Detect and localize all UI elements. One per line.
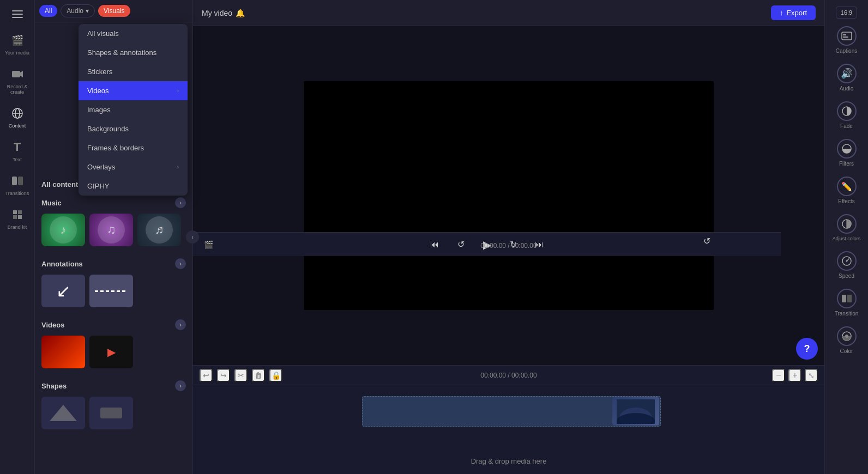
left-sidebar: 🎬 Your media Record &create Content T Te…: [0, 0, 35, 474]
chevron-right-icon: ›: [177, 88, 179, 94]
delete-button[interactable]: 🗑: [252, 369, 265, 382]
right-tool-fade[interactable]: Fade: [829, 97, 864, 133]
export-icon: ↑: [780, 9, 783, 17]
dropdown-item-stickers[interactable]: Stickers: [79, 62, 188, 81]
dropdown-item-overlays[interactable]: Overlays ›: [79, 157, 188, 177]
dropdown-item-images[interactable]: Images: [79, 100, 188, 119]
adjust-colors-icon: [837, 214, 857, 234]
dropdown-item-giphy[interactable]: GIPHY: [79, 177, 188, 196]
chevron-right-icon-2: ›: [177, 164, 179, 170]
sidebar-item-text[interactable]: T Text: [2, 135, 33, 167]
dropdown-item-frames-borders[interactable]: Frames & borders: [79, 138, 188, 157]
sidebar-item-record-create[interactable]: Record &create: [2, 62, 33, 99]
right-tool-effects[interactable]: ✏️ Effects: [829, 172, 864, 209]
right-tool-adjust-colors[interactable]: Adjust colors: [829, 210, 864, 246]
panel-area: All Audio ▾ Visuals All visuals Shapes &…: [35, 0, 193, 474]
visuals-dropdown-menu: All visuals Shapes & annotations Sticker…: [79, 24, 188, 196]
hamburger-menu-button[interactable]: [8, 4, 27, 24]
sidebar-item-brand-kit[interactable]: Brand kit: [2, 203, 33, 234]
panel-content[interactable]: All content Music › ♪ ♫ ♬ Annotations › …: [35, 175, 192, 474]
fit-button[interactable]: ⤡: [805, 369, 818, 382]
video-thumbnail-2[interactable]: ▶: [89, 336, 133, 368]
shapes-more-button[interactable]: ›: [175, 380, 186, 391]
play-pause-button[interactable]: ▶: [478, 236, 496, 253]
timeline-clip[interactable]: [362, 396, 661, 427]
rewind-button[interactable]: ↺: [452, 236, 469, 253]
fade-icon: [837, 101, 857, 121]
cut-button[interactable]: ✂: [234, 369, 248, 382]
dropdown-item-videos[interactable]: Videos ›: [79, 81, 188, 100]
sidebar-item-transitions[interactable]: Transitions: [2, 169, 33, 200]
sidebar-item-content[interactable]: Content: [2, 101, 33, 133]
skip-forward-button[interactable]: ⏭: [531, 236, 548, 253]
right-tool-filters[interactable]: Filters: [829, 135, 864, 171]
annotations-thumbnails: ↙: [35, 272, 192, 314]
skip-back-button[interactable]: ⏮: [426, 236, 443, 253]
dropdown-item-all-visuals[interactable]: All visuals: [79, 24, 188, 43]
filter-audio-button[interactable]: Audio ▾: [61, 4, 95, 17]
aspect-ratio-badge[interactable]: 16:9: [836, 7, 857, 19]
record-icon: [10, 66, 25, 82]
filter-visuals-button[interactable]: Visuals: [98, 5, 130, 17]
play-icon: ▶: [107, 345, 116, 358]
zoom-out-button[interactable]: −: [772, 369, 785, 382]
content-icon: [10, 106, 25, 121]
your-media-icon: 🎬: [10, 33, 25, 48]
right-tool-speed[interactable]: Speed: [829, 247, 864, 283]
dropdown-item-shapes-annotations[interactable]: Shapes & annotations: [79, 43, 188, 62]
dropdown-item-backgrounds[interactable]: Backgrounds: [79, 119, 188, 138]
video-thumbnail-1[interactable]: [41, 336, 85, 368]
svg-rect-2: [12, 17, 23, 18]
svg-rect-1: [12, 14, 23, 15]
filter-bar: All Audio ▾ Visuals: [35, 0, 192, 22]
transition-icon: [837, 289, 857, 308]
forward-button[interactable]: ↻: [504, 236, 522, 253]
music-icon-3: ♬: [146, 216, 173, 244]
timeline-track: [193, 396, 824, 429]
timeline-time-counter: 00:00.00 / 00:00.00: [480, 372, 537, 379]
videos-more-button[interactable]: ›: [175, 319, 186, 330]
shape-thumbnail-1[interactable]: [41, 397, 85, 429]
sidebar-item-your-media[interactable]: 🎬 Your media: [2, 28, 33, 60]
videos-thumbnails: ▶: [35, 333, 192, 375]
svg-rect-0: [12, 10, 23, 11]
svg-point-22: [846, 260, 847, 262]
right-tool-captions[interactable]: Captions: [829, 22, 864, 58]
zoom-in-button[interactable]: +: [788, 369, 801, 382]
filter-all-button[interactable]: All: [39, 5, 57, 17]
annotation-thumbnail-1[interactable]: ↙: [41, 275, 85, 307]
annotation-thumbnail-2[interactable]: [89, 275, 133, 307]
right-tool-audio[interactable]: 🔊 Audio: [829, 59, 864, 96]
filters-icon: [837, 139, 857, 159]
shapes-section-header: Shapes ›: [35, 375, 192, 394]
redo-button[interactable]: ↪: [217, 369, 230, 382]
svg-rect-16: [843, 37, 848, 38]
svg-point-26: [845, 335, 848, 338]
right-tool-transition[interactable]: Transition: [829, 284, 864, 321]
captions-icon: [837, 26, 857, 46]
svg-rect-3: [12, 71, 20, 77]
annotations-more-button[interactable]: ›: [175, 258, 186, 269]
music-more-button[interactable]: ›: [175, 197, 186, 208]
export-button[interactable]: ↑ Export: [771, 5, 816, 20]
lock-button[interactable]: 🔒: [269, 369, 282, 382]
notification-icon: 🔔: [236, 9, 245, 17]
scene-button[interactable]: 🎬: [200, 236, 217, 253]
preview-container: ⏮ ↺ ▶ ↻ ⏭ ↺ 🎬 00:00.00 / 00:00.00: [193, 26, 824, 365]
project-name: My video 🔔: [202, 9, 245, 17]
videos-section-header: Videos ›: [35, 314, 192, 333]
audio-icon: 🔊: [837, 64, 857, 83]
help-button[interactable]: ?: [796, 338, 818, 360]
right-tool-color[interactable]: Color: [829, 322, 864, 358]
svg-rect-15: [843, 34, 846, 35]
shape-thumbnail-2[interactable]: [89, 397, 133, 429]
music-thumbnail-3[interactable]: ♬: [137, 214, 181, 246]
music-thumbnail-1[interactable]: ♪: [41, 214, 85, 246]
undo-button[interactable]: ↩: [200, 369, 213, 382]
chevron-down-icon: ▾: [86, 7, 89, 15]
timeline-area: ↩ ↪ ✂ 🗑 🔒 00:00.00 / 00:00.00 − + ⤡: [193, 365, 824, 474]
timeline-content[interactable]: Drag & drop media here: [193, 385, 824, 474]
loop-button[interactable]: ↺: [698, 232, 715, 250]
music-thumbnail-2[interactable]: ♫: [89, 214, 133, 246]
panel-collapse-button[interactable]: ‹: [186, 230, 199, 244]
